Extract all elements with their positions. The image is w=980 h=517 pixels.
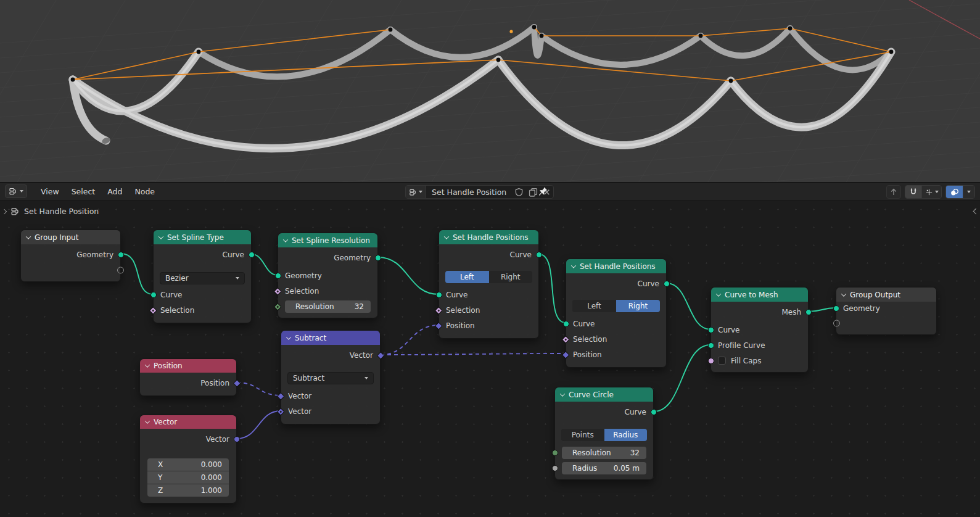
- node-canvas[interactable]: Set Handle Position Group Input Geometry: [0, 201, 980, 517]
- profile-curve-input-socket[interactable]: [708, 342, 714, 349]
- node-vector[interactable]: Vector Vector X 0.000 Y 0.000 Z 1.000: [139, 415, 237, 503]
- position-input-socket[interactable]: [562, 350, 569, 358]
- collapse-chevron-icon[interactable]: [286, 334, 291, 339]
- collapse-chevron-icon[interactable]: [159, 234, 163, 239]
- virtual-output-socket[interactable]: [117, 267, 124, 273]
- vector-input-socket-2[interactable]: [277, 407, 284, 415]
- node-group-input[interactable]: Group Input Geometry: [20, 230, 121, 282]
- node-set-spline-resolution[interactable]: Set Spline Resolution Geometry Geometry …: [278, 233, 378, 318]
- collapse-chevron-icon[interactable]: [444, 234, 449, 239]
- menu-add[interactable]: Add: [101, 187, 128, 196]
- node-title: Curve to Mesh: [725, 291, 778, 299]
- vector-x-field[interactable]: X 0.000: [147, 458, 229, 471]
- fill-caps-checkbox[interactable]: [718, 357, 726, 365]
- spline-type-dropdown[interactable]: Bezier: [160, 272, 245, 284]
- node-header[interactable]: Curve to Mesh: [711, 287, 808, 302]
- tree-name-field[interactable]: Set Handle Position: [426, 188, 512, 197]
- resolution-input-socket[interactable]: [274, 302, 281, 310]
- snap-mode-dropdown[interactable]: [921, 186, 941, 198]
- node-vector-math-subtract[interactable]: Subtract Vector Subtract Vector Vector: [281, 330, 381, 424]
- geometry-input-socket[interactable]: [833, 305, 839, 312]
- curve-output-socket[interactable]: [664, 281, 670, 287]
- curve-input-socket[interactable]: [150, 292, 157, 298]
- geometry-output-socket[interactable]: [118, 252, 124, 258]
- vector-input-socket-1[interactable]: [277, 392, 284, 399]
- mode-points-button[interactable]: Points: [561, 429, 604, 441]
- go-to-parent-button[interactable]: [886, 185, 901, 199]
- node-header[interactable]: Set Handle Positions: [566, 259, 666, 273]
- selection-input-socket[interactable]: [274, 287, 281, 294]
- overlays-toggle-button[interactable]: [946, 186, 963, 198]
- collapse-chevron-icon[interactable]: [841, 291, 846, 296]
- resolution-field[interactable]: Resolution 32: [285, 300, 371, 313]
- node-header[interactable]: Vector: [140, 415, 236, 429]
- fake-user-button[interactable]: [512, 188, 526, 197]
- position-input-socket[interactable]: [435, 321, 442, 329]
- node-header[interactable]: Set Spline Type: [154, 230, 251, 244]
- mode-radius-button[interactable]: Radius: [604, 429, 648, 441]
- vector-y-field[interactable]: Y 0.000: [147, 471, 229, 484]
- virtual-input-socket[interactable]: [833, 320, 840, 326]
- curve-input-socket[interactable]: [436, 292, 442, 298]
- node-header[interactable]: Curve Circle: [555, 387, 653, 402]
- vector-output-socket[interactable]: [234, 436, 240, 442]
- mode-right-button[interactable]: Right: [616, 300, 660, 312]
- node-header[interactable]: Position: [140, 359, 236, 373]
- node-header[interactable]: Set Spline Resolution: [278, 233, 377, 247]
- selection-input-socket[interactable]: [149, 306, 157, 313]
- sidebar-collapse-arrow[interactable]: [973, 209, 979, 215]
- node-header[interactable]: Group Output: [836, 287, 936, 302]
- collapse-chevron-icon[interactable]: [560, 391, 565, 396]
- node-curve-to-mesh[interactable]: Curve to Mesh Mesh Curve Profile Curve F…: [710, 287, 809, 373]
- mesh-output-socket[interactable]: [805, 309, 812, 315]
- chevron-down-icon: [967, 191, 971, 193]
- curve-output-socket[interactable]: [536, 252, 542, 258]
- geometry-output-socket[interactable]: [375, 255, 381, 261]
- geometry-input-socket[interactable]: [275, 273, 281, 279]
- fill-caps-input-socket[interactable]: [708, 358, 714, 364]
- pin-button[interactable]: [538, 186, 548, 199]
- selection-input-socket[interactable]: [435, 306, 442, 313]
- selection-input-socket[interactable]: [562, 335, 569, 342]
- overlays-dropdown[interactable]: [963, 186, 974, 198]
- collapse-chevron-icon[interactable]: [145, 362, 150, 367]
- node-set-spline-type[interactable]: Set Spline Type Curve Bezier Curve Selec…: [153, 230, 252, 323]
- collapse-chevron-icon[interactable]: [145, 418, 150, 423]
- menu-select[interactable]: Select: [65, 187, 102, 196]
- browse-tree-button[interactable]: [406, 186, 426, 198]
- node-group-output[interactable]: Group Output Geometry: [836, 287, 937, 335]
- node-set-handle-positions-left[interactable]: Set Handle Positions Curve Left Right Cu…: [439, 230, 539, 339]
- resolution-input-socket[interactable]: [552, 450, 558, 456]
- 3d-viewport[interactable]: [0, 0, 980, 182]
- vector-value-fields: X 0.000 Y 0.000 Z 1.000: [147, 458, 229, 497]
- mode-left-button[interactable]: Left: [572, 300, 616, 312]
- vector-z-field[interactable]: Z 1.000: [147, 484, 229, 497]
- node-header[interactable]: Subtract: [281, 331, 380, 345]
- mode-right-button[interactable]: Right: [489, 271, 533, 283]
- position-output-socket[interactable]: [233, 379, 241, 386]
- collapse-chevron-icon[interactable]: [716, 291, 721, 296]
- menu-node[interactable]: Node: [128, 187, 161, 196]
- vector-output-socket[interactable]: [377, 351, 384, 358]
- node-position[interactable]: Position Position: [139, 358, 237, 396]
- node-set-handle-positions-right[interactable]: Set Handle Positions Curve Left Right Cu…: [566, 258, 667, 368]
- node-title: Position: [154, 362, 183, 370]
- curve-input-socket[interactable]: [563, 321, 569, 327]
- operation-dropdown[interactable]: Subtract: [287, 372, 374, 384]
- resolution-field[interactable]: Resolution 32: [562, 447, 646, 459]
- radius-field[interactable]: Radius 0.05 m: [562, 462, 646, 474]
- mode-left-button[interactable]: Left: [445, 271, 489, 283]
- node-header[interactable]: Set Handle Positions: [439, 230, 538, 244]
- curve-output-socket[interactable]: [651, 409, 657, 415]
- curve-input-socket[interactable]: [708, 327, 714, 333]
- collapse-chevron-icon[interactable]: [283, 237, 288, 242]
- collapse-chevron-icon[interactable]: [571, 263, 576, 268]
- collapse-chevron-icon[interactable]: [26, 234, 31, 239]
- node-curve-circle[interactable]: Curve Circle Curve Points Radius Resolut…: [554, 387, 654, 480]
- radius-input-socket[interactable]: [552, 465, 558, 471]
- curve-output-socket[interactable]: [249, 252, 255, 258]
- snap-toggle-button[interactable]: [905, 186, 921, 198]
- menu-view[interactable]: View: [35, 187, 65, 196]
- node-header[interactable]: Group Input: [21, 230, 120, 244]
- editor-type-button[interactable]: [5, 184, 27, 198]
